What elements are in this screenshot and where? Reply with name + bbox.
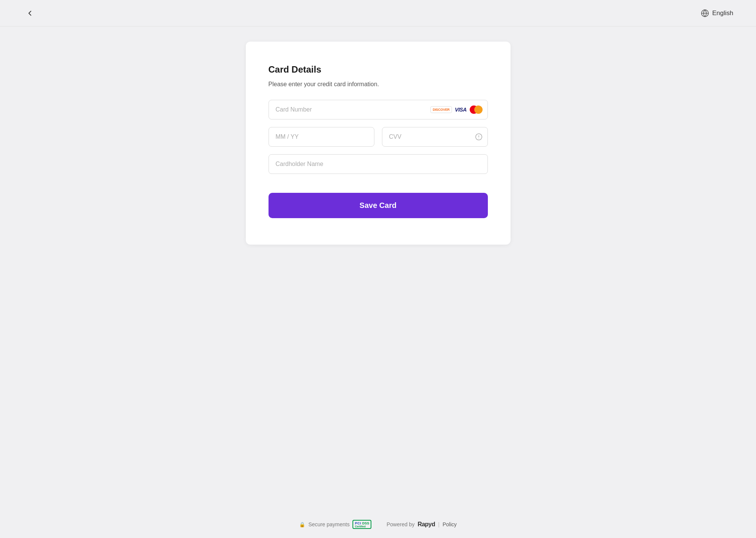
cvv-group bbox=[382, 127, 488, 147]
footer-secure-payments: 🔒 Secure payments PCI DSS Certified bbox=[299, 520, 371, 529]
cvv-wrapper bbox=[382, 127, 488, 147]
cvv-input[interactable] bbox=[382, 127, 488, 147]
visa-icon: VISA bbox=[455, 107, 467, 113]
cvv-info-icon[interactable] bbox=[475, 133, 483, 141]
language-selector[interactable]: English bbox=[701, 9, 733, 17]
main-content: Card Details Please enter your credit ca… bbox=[0, 26, 756, 260]
language-label: English bbox=[712, 9, 733, 17]
expiry-group bbox=[269, 127, 374, 147]
rapyd-logo: Rapyd bbox=[418, 521, 435, 528]
form-subtitle: Please enter your credit card informatio… bbox=[269, 81, 488, 88]
expiry-cvv-row bbox=[269, 127, 488, 154]
form-title: Card Details bbox=[269, 64, 488, 75]
mc-orange-circle bbox=[474, 105, 483, 114]
cardholder-name-group bbox=[269, 154, 488, 174]
card-number-group: DISCOVER VISA bbox=[269, 100, 488, 119]
certified-text: Certified bbox=[355, 525, 369, 528]
card-brand-icons: DISCOVER VISA bbox=[430, 105, 482, 114]
card-form-container: Card Details Please enter your credit ca… bbox=[246, 42, 511, 245]
powered-by-label: Powered by bbox=[387, 521, 414, 527]
expiry-input[interactable] bbox=[269, 127, 374, 147]
dss-text: DSS bbox=[362, 521, 369, 525]
discover-icon: DISCOVER bbox=[430, 106, 452, 113]
policy-link[interactable]: Policy bbox=[442, 521, 456, 527]
footer-separator: | bbox=[438, 521, 440, 527]
secure-payments-label: Secure payments bbox=[308, 521, 349, 527]
pci-badge-content: PCI DSS Certified bbox=[355, 521, 369, 528]
card-number-wrapper: DISCOVER VISA bbox=[269, 100, 488, 119]
save-card-button[interactable]: Save Card bbox=[269, 193, 488, 218]
footer-powered-by: Powered by Rapyd | Policy bbox=[387, 521, 456, 528]
footer: 🔒 Secure payments PCI DSS Certified Powe… bbox=[0, 511, 756, 538]
pci-dss-badge: PCI DSS Certified bbox=[352, 520, 371, 529]
lock-icon: 🔒 bbox=[299, 522, 305, 527]
back-button[interactable] bbox=[23, 6, 37, 20]
pci-text: PCI bbox=[355, 521, 361, 525]
top-navigation: English bbox=[0, 0, 756, 26]
back-arrow-icon bbox=[26, 9, 34, 17]
mastercard-icon bbox=[470, 105, 483, 114]
globe-icon bbox=[701, 9, 709, 17]
cardholder-name-input[interactable] bbox=[269, 154, 488, 174]
